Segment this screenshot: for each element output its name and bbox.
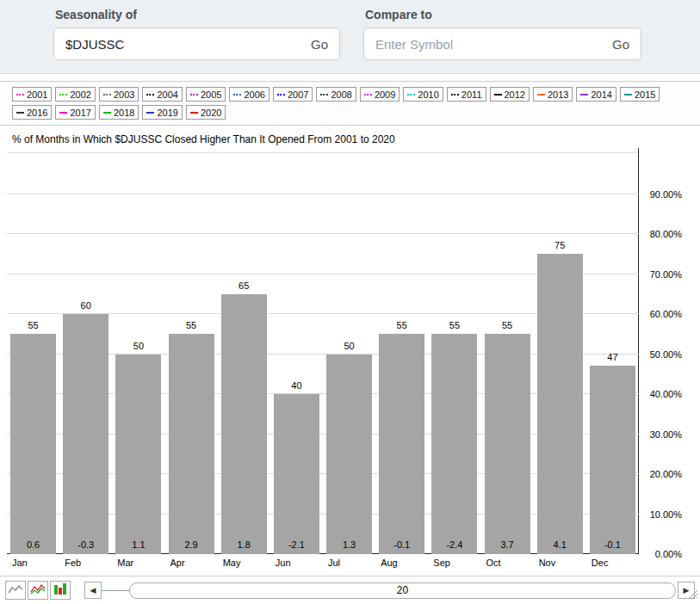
year-toggle-2020[interactable]: 2020 [186,105,226,120]
year-line-icon [494,94,502,96]
year-toggle-2012[interactable]: 2012 [490,87,530,102]
y-tick-label: 70.00% [650,269,682,280]
year-label: 2010 [418,89,438,100]
year-label: 2019 [157,108,177,118]
month-label-may: May [223,558,241,568]
bar-value-label: 65 [218,280,270,291]
scrollbar-track[interactable] [102,590,129,591]
year-toggle-2008[interactable]: 2008 [316,87,356,102]
bar-value-label: 55 [165,320,218,330]
bar-value-label: 50 [112,341,164,351]
month-label-jul: Jul [328,558,340,568]
y-tick-label: 30.00% [650,429,682,440]
bar-value-label: 55 [481,320,534,330]
year-toggle-2007[interactable]: 2007 [273,87,313,102]
year-line-icon [190,112,198,114]
compare-symbol-input[interactable] [375,37,605,52]
y-tick-label: 50.00% [650,349,682,360]
bar-avg-change-label: 0.6 [7,539,59,550]
year-toggle-2019[interactable]: 2019 [142,105,182,120]
year-line-icon [364,94,372,96]
bar-jun [274,394,319,554]
bar-sep [431,334,477,554]
year-line-icon [146,94,154,96]
year-label: 2011 [462,89,482,100]
year-toggle-2003[interactable]: 2003 [99,87,139,102]
year-line-icon [537,94,545,96]
month-label-dec: Dec [592,558,609,568]
compare-go-button[interactable]: Go [605,37,629,52]
month-label-aug: Aug [381,558,398,568]
year-toggle-2015[interactable]: 2015 [620,87,660,102]
year-label: 2014 [591,89,611,100]
year-label: 2007 [288,89,308,100]
year-label: 2015 [635,89,655,100]
bar-avg-change-label: 2.9 [165,539,218,550]
y-tick-label: 90.00% [650,189,682,200]
year-line-icon [59,94,67,96]
plot-area: 550.660-0.3501.1552.9651.840-2.1501.355-… [7,152,639,554]
year-line-icon [103,112,111,114]
symbol-input[interactable] [65,37,304,52]
seasonality-column: Seasonality of Go [53,5,340,60]
y-tick-label: 0.00% [655,549,682,559]
month-label-oct: Oct [486,558,501,568]
year-label: 2006 [244,89,264,100]
y-tick-label: 60.00% [650,309,682,319]
year-toggle-2001[interactable]: 2001 [12,87,52,102]
year-line-icon [16,94,24,96]
year-toggle-2013[interactable]: 2013 [533,87,573,102]
bar-jul [326,354,372,555]
y-axis-line [638,148,639,554]
year-label: 2001 [27,89,47,100]
year-legend: 2001200220032004200520062007200820092010… [0,81,700,126]
year-toggle-2018[interactable]: 2018 [99,105,139,120]
year-toggle-2010[interactable]: 2010 [403,87,443,102]
year-label: 2017 [70,108,90,118]
bar-jan [10,334,56,554]
year-label: 2013 [548,89,568,100]
year-label: 2018 [114,108,134,118]
compare-column: Compare to Go [363,5,641,60]
compare-to-label: Compare to [365,8,641,22]
compare-input-box: Go [363,28,641,60]
bar-avg-change-label: 1.8 [218,539,270,550]
bar-avg-change-label: -2.1 [270,539,323,550]
year-toggle-2004[interactable]: 2004 [142,87,182,102]
year-toggle-2016[interactable]: 2016 [12,105,52,120]
scrollbar-value: 20 [397,584,408,596]
scrollbar-thumb[interactable]: 20 [129,582,676,599]
year-toggle-2006[interactable]: 2006 [229,87,269,102]
bar-value-label: 75 [534,240,586,250]
month-label-jan: Jan [12,558,28,568]
year-toggle-2014[interactable]: 2014 [576,87,616,102]
year-line-icon [580,94,588,96]
scrollbar-left-button[interactable]: ◀ [84,582,102,599]
year-toggle-2002[interactable]: 2002 [55,87,95,102]
month-label-mar: Mar [117,558,133,568]
chart-style-compare-button[interactable] [28,581,48,600]
year-toggle-2005[interactable]: 2005 [186,87,226,102]
histogram-icon [53,582,68,599]
y-tick-label: 80.00% [650,229,682,239]
bar-value-label: 55 [428,320,480,330]
year-toggle-2011[interactable]: 2011 [447,87,486,102]
bar-value-label: 40 [270,380,323,391]
bar-avg-change-label: -0.3 [59,539,112,550]
chart-style-line-button[interactable] [5,581,26,600]
bar-oct [485,334,530,554]
y-tick-label: 10.00% [650,509,682,520]
resize-handle[interactable] [689,587,698,602]
chart-style-histogram-button[interactable] [50,581,71,600]
gridline-80 [7,233,639,234]
bar-dec [590,366,635,554]
y-axis-labels: 90.00%80.00%70.00%60.00%50.00%40.00%30.0… [642,152,694,554]
year-label: 2012 [505,89,525,100]
gridline-90 [7,194,639,194]
bar-value-label: 55 [375,320,428,330]
year-toggle-2017[interactable]: 2017 [55,105,95,120]
year-toggle-2009[interactable]: 2009 [360,87,400,102]
year-label: 2016 [27,108,47,118]
symbol-go-button[interactable]: Go [304,37,328,52]
seasonality-of-label: Seasonality of [55,8,340,22]
